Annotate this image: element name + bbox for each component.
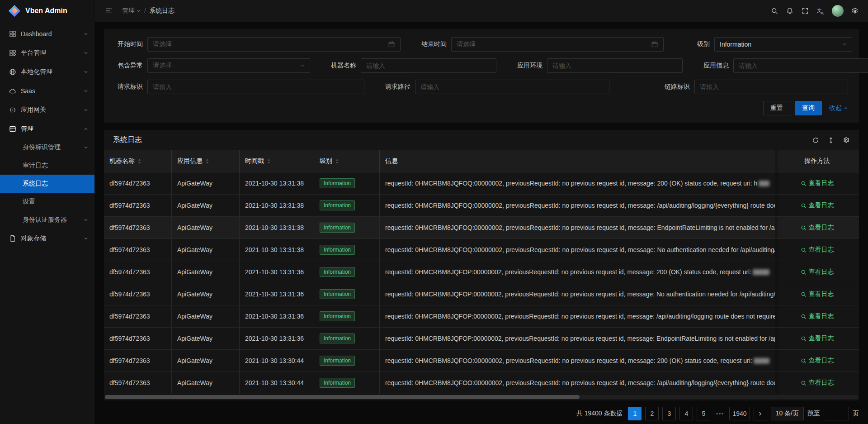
avatar[interactable] (832, 5, 844, 17)
caret-sort-icon (137, 158, 142, 165)
column-header[interactable]: 机器名称 (104, 150, 172, 172)
table-settings-icon[interactable] (843, 137, 850, 144)
view-log-link[interactable]: 查看日志 (801, 224, 834, 232)
view-log-link[interactable]: 查看日志 (801, 379, 834, 387)
magnifier-icon (801, 269, 807, 275)
sidebar-item[interactable]: 身份认证服务器 (0, 211, 94, 229)
trace-id-input[interactable] (694, 80, 848, 94)
sidebar-item-label: 身份认证服务器 (23, 216, 67, 224)
sidebar-item[interactable]: Saas (0, 81, 94, 100)
view-log-link[interactable]: 查看日志 (801, 201, 834, 210)
cell-timestamp: 2021-10-30 13:31:38 (240, 217, 314, 238)
view-log-link[interactable]: 查看日志 (801, 179, 834, 187)
pagination-page[interactable]: 5 (697, 407, 710, 420)
collapse-link[interactable]: 收起 (829, 104, 848, 112)
calendar-icon (651, 41, 658, 48)
menu-fold-icon[interactable] (102, 3, 116, 19)
pagination-page[interactable]: 4 (679, 407, 693, 420)
request-path-input[interactable] (415, 80, 609, 94)
level-badge: Information (320, 267, 355, 277)
column-height-icon[interactable] (827, 137, 835, 144)
jump-to-input[interactable] (824, 407, 849, 420)
table-row: df5974d72363ApiGateWay2021-10-30 13:31:3… (104, 172, 859, 195)
translate-icon[interactable]: 文A (814, 3, 827, 19)
has-exception-placeholder: 请选择 (153, 62, 172, 70)
view-log-label: 查看日志 (809, 201, 834, 210)
chevron-down-icon (84, 32, 88, 36)
app-env-label: 应用环境 (514, 62, 542, 70)
view-log-link[interactable]: 查看日志 (801, 357, 834, 365)
calendar-icon (388, 41, 395, 48)
pagination-page[interactable]: 2 (645, 407, 659, 420)
view-log-link[interactable]: 查看日志 (801, 312, 834, 320)
cell-timestamp: 2021-10-30 13:31:36 (240, 328, 314, 349)
scrollbar-thumb[interactable] (105, 395, 580, 399)
chevron-up-icon (84, 127, 88, 131)
pagination-page[interactable]: 3 (662, 407, 676, 420)
level-badge: Information (320, 245, 355, 255)
app-env-input[interactable] (547, 58, 683, 73)
refresh-icon[interactable] (812, 137, 819, 144)
app-info-input[interactable] (733, 58, 868, 73)
view-log-link[interactable]: 查看日志 (801, 246, 834, 254)
sidebar-item[interactable]: 管理 (0, 119, 94, 138)
cell-level: Information (314, 239, 380, 261)
column-label: 应用信息 (177, 157, 203, 165)
sidebar-item[interactable]: 系统日志 (0, 175, 94, 193)
sidebar-item[interactable]: 审计日志 (0, 157, 94, 175)
top-header: 管理 / 系统日志 文A (95, 0, 868, 22)
view-log-link[interactable]: 查看日志 (801, 268, 834, 276)
cell-level: Information (314, 172, 380, 194)
view-log-link[interactable]: 查看日志 (801, 290, 834, 298)
start-time-picker[interactable]: 请选择 (147, 37, 401, 52)
table-row: df5974d72363ApiGateWay2021-10-30 13:31:3… (104, 217, 859, 239)
end-time-picker[interactable]: 请选择 (451, 37, 664, 52)
sidebar-item[interactable]: 平台管理 (0, 43, 94, 62)
magnifier-icon (801, 203, 807, 209)
settings-icon[interactable] (848, 3, 862, 19)
sidebar-item[interactable]: 对象存储 (0, 229, 94, 248)
redacted-text (753, 269, 769, 275)
request-id-input[interactable] (147, 80, 364, 94)
sidebar-item[interactable]: Dashboard (0, 24, 94, 43)
pagination-page[interactable]: 1 (628, 407, 642, 420)
cell-app-info: ApiGateWay (172, 328, 240, 349)
bell-icon[interactable] (783, 3, 797, 19)
column-header: 信息 (380, 150, 775, 172)
column-header[interactable]: 时间戳 (240, 150, 314, 172)
page-size-select[interactable]: 10 条/页 (771, 407, 804, 420)
sidebar-item[interactable]: 身份标识管理 (0, 138, 94, 157)
app-info-label: 应用信息 (701, 62, 729, 70)
pagination-next-button[interactable] (754, 407, 767, 420)
magnifier-icon (801, 358, 807, 364)
search-icon[interactable] (768, 3, 781, 19)
fullscreen-icon[interactable] (798, 3, 812, 19)
breadcrumb-parent[interactable]: 管理 (122, 7, 141, 15)
sidebar-item-label: Saas (21, 87, 35, 95)
machine-name-input[interactable] (361, 58, 496, 73)
cell-actions: 查看日志 (775, 172, 859, 194)
pagination-page[interactable]: 1940 (729, 407, 750, 420)
horizontal-scrollbar[interactable] (105, 395, 858, 399)
has-exception-select[interactable]: 请选择 (147, 58, 310, 73)
sidebar-item-label: 设置 (23, 198, 35, 206)
sidebar-item[interactable]: 应用网关 (0, 100, 94, 119)
cell-app-info: ApiGateWay (172, 217, 240, 238)
sidebar-item[interactable]: 本地化管理 (0, 62, 94, 81)
view-log-link[interactable]: 查看日志 (801, 334, 834, 343)
search-button[interactable]: 查询 (795, 101, 822, 115)
cell-app-info: ApiGateWay (172, 239, 240, 261)
sidebar-item[interactable]: 设置 (0, 193, 94, 211)
column-header[interactable]: 级别 (314, 150, 380, 172)
gateway-icon (9, 106, 16, 114)
breadcrumb-separator: / (144, 7, 146, 14)
view-log-label: 查看日志 (809, 312, 834, 320)
cell-level: Information (314, 261, 380, 283)
cell-level: Information (314, 305, 380, 327)
header-actions: 文A (768, 3, 862, 19)
reset-button[interactable]: 重置 (763, 101, 790, 115)
level-select[interactable]: Information (714, 37, 852, 52)
logo[interactable]: Vben Admin (0, 0, 94, 22)
column-header[interactable]: 应用信息 (172, 150, 240, 172)
table-panel: 系统日志 机器名称应用信息时间戳级别信息操作方法 df5974d72363Api… (104, 130, 859, 400)
